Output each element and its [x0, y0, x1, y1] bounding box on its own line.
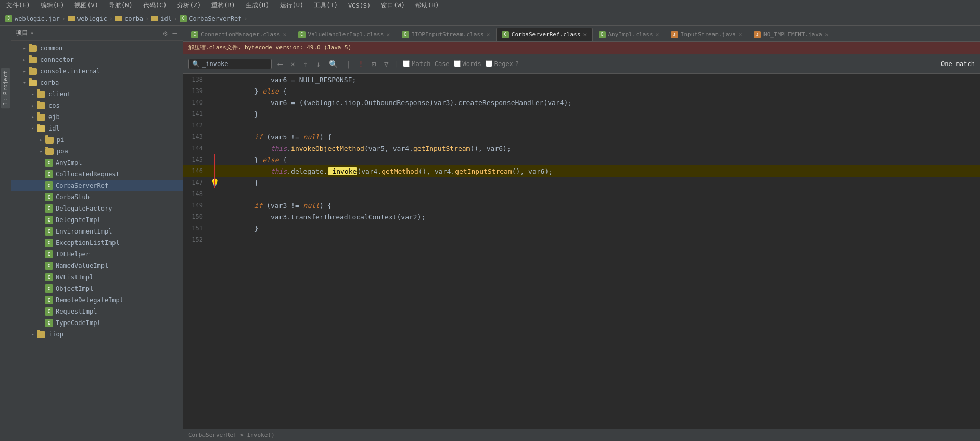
- tab-close-connectionmanager[interactable]: ×: [283, 31, 286, 38]
- code-table: 138 var6 = NULL_RESPONSE; 139 } else { 1: [183, 74, 980, 245]
- tree-label-idl: idl: [48, 125, 60, 132]
- code-area[interactable]: 138 var6 = NULL_RESPONSE; 139 } else { 1: [183, 74, 980, 429]
- lightbulb-icon[interactable]: 💡: [210, 178, 219, 187]
- search-options-btn1[interactable]: |: [344, 59, 352, 69]
- menu-item-edit[interactable]: 编辑(E): [39, 0, 67, 11]
- search-prev-btn[interactable]: ⟵: [276, 59, 284, 69]
- tab-iiopinputstream[interactable]: C IIOPInputStream.class ×: [396, 28, 496, 41]
- tree-item-corbaserverref[interactable]: C CorbaServerRef: [11, 180, 183, 191]
- sidebar-minimize-icon[interactable]: ─: [171, 29, 179, 38]
- tree-item-objectimpl[interactable]: C ObjectImpl: [11, 283, 183, 294]
- tree-item-exceptionlistimpl[interactable]: C ExceptionListImpl: [11, 237, 183, 249]
- search-filter-btn[interactable]: ▽: [382, 59, 390, 69]
- sidebar-tree: common connector console.internal corba: [11, 41, 183, 441]
- menu-item-code[interactable]: 代码(C): [141, 0, 169, 11]
- menu-item-window[interactable]: 窗口(W): [379, 0, 407, 11]
- line-content: this.invokeObjectMethod(var5, var4.getIn…: [220, 142, 980, 154]
- tab-corbaserverref[interactable]: C CorbaServerRef.class ×: [496, 28, 593, 41]
- tree-item-idlhelper[interactable]: C IDLHelper: [11, 249, 183, 260]
- tree-item-anyimpl[interactable]: C AnyImpl: [11, 157, 183, 168]
- tree-item-ejb[interactable]: ejb: [11, 111, 183, 123]
- tab-close-anyimpl[interactable]: ×: [656, 31, 659, 38]
- tree-item-delegateimpl[interactable]: C DelegateImpl: [11, 214, 183, 226]
- search-regex-checkbox[interactable]: [486, 60, 492, 67]
- tree-item-corba[interactable]: corba: [11, 77, 183, 88]
- search-input[interactable]: [202, 60, 254, 68]
- tab-anyimpl[interactable]: C AnyImpl.class ×: [593, 28, 665, 41]
- menu-item-navigate[interactable]: 导航(N): [107, 0, 135, 11]
- breadcrumb-file[interactable]: CorbaServerRef: [189, 15, 241, 22]
- search-up-btn[interactable]: ↑: [301, 59, 310, 69]
- tree-item-idl[interactable]: idl: [11, 123, 183, 134]
- tree-item-typcodeimpl[interactable]: C TypeCodeImpl: [11, 317, 183, 329]
- menu-item-help[interactable]: 帮助(H): [413, 0, 441, 11]
- file-icon-delegatefactory: C: [45, 204, 53, 213]
- search-matchcase-checkbox[interactable]: [403, 60, 410, 67]
- line-number: 141: [183, 108, 209, 120]
- tree-item-console-internal[interactable]: console.internal: [11, 66, 183, 77]
- line-number: 151: [183, 223, 209, 234]
- tree-item-iiop[interactable]: iiop: [11, 329, 183, 340]
- menu-item-view[interactable]: 视图(V): [72, 0, 100, 11]
- line-gutter: [209, 234, 220, 245]
- tab-close-inputstream[interactable]: ×: [739, 31, 742, 38]
- folder-icon-corba: [29, 80, 37, 86]
- tab-close-corbaserverref[interactable]: ×: [583, 31, 587, 38]
- tab-close-noimplement[interactable]: ×: [825, 31, 829, 38]
- breadcrumb-sep-5: ›: [244, 15, 247, 22]
- project-label[interactable]: 1: Project: [1, 68, 10, 108]
- menu-item-refactor[interactable]: 重构(R): [209, 0, 237, 11]
- search-words-checkbox[interactable]: [454, 60, 461, 67]
- search-close-btn[interactable]: ✕: [288, 59, 297, 69]
- tree-item-remotedelegateimpl[interactable]: C RemoteDelegateImpl: [11, 294, 183, 306]
- expand-arrow-ejb: [30, 114, 35, 120]
- search-regex-label[interactable]: Regex ?: [486, 60, 519, 68]
- tab-inputstream[interactable]: J InputStream.java ×: [665, 28, 748, 41]
- tree-item-connector[interactable]: connector: [11, 54, 183, 66]
- tree-item-nvlistimpl[interactable]: C NVListImpl: [11, 271, 183, 283]
- tree-item-pi[interactable]: pi: [11, 134, 183, 146]
- menu-item-analyze[interactable]: 分析(Z): [175, 0, 203, 11]
- breadcrumb-weblogic[interactable]: weblogic: [77, 15, 107, 22]
- tree-label-poa: poa: [57, 148, 68, 155]
- tab-close-valuehandlerimpl[interactable]: ×: [386, 31, 390, 38]
- tree-item-collocatedrequest[interactable]: C CollocatedRequest: [11, 168, 183, 180]
- tab-valuehandlerimpl[interactable]: C ValueHandlerImpl.class ×: [292, 28, 396, 41]
- search-down-btn[interactable]: ↓: [314, 59, 322, 69]
- search-find-btn[interactable]: 🔍: [327, 59, 340, 69]
- search-words-label[interactable]: Words: [454, 60, 481, 68]
- tree-item-common[interactable]: common: [11, 43, 183, 54]
- line-gutter: [209, 188, 220, 200]
- search-matchcase-label[interactable]: Match Case: [403, 60, 449, 68]
- search-options-btn2[interactable]: !: [357, 59, 365, 69]
- breadcrumb-idl[interactable]: idl: [160, 15, 172, 22]
- menu-item-vcs[interactable]: VCS(S): [346, 1, 373, 10]
- menu-item-tools[interactable]: 工具(T): [312, 0, 340, 11]
- file-icon-delegateimpl: C: [45, 216, 53, 224]
- breadcrumb-root[interactable]: weblogic.jar: [15, 15, 60, 22]
- tree-item-requestimpl[interactable]: C RequestImpl: [11, 306, 183, 317]
- tree-item-client[interactable]: client: [11, 88, 183, 100]
- main-layout: 1: Project 项目 ▾ ⚙ ─ common c: [0, 26, 980, 441]
- menu-item-build[interactable]: 生成(B): [244, 0, 272, 11]
- tree-item-corbastub[interactable]: C CorbaStub: [11, 191, 183, 203]
- menu-item-run[interactable]: 运行(U): [278, 0, 306, 11]
- breadcrumb-corba[interactable]: corba: [124, 15, 143, 22]
- tree-item-namedvalueimpl[interactable]: C NamedValueImpl: [11, 260, 183, 271]
- sidebar-settings-icon[interactable]: ⚙: [161, 29, 169, 38]
- breadcrumb-folder-icon-1: [68, 16, 75, 21]
- menu-item-file[interactable]: 文件(E): [4, 0, 32, 11]
- tree-item-environmentimpl[interactable]: C EnvironmentImpl: [11, 226, 183, 237]
- tree-item-cos[interactable]: cos: [11, 100, 183, 111]
- tab-close-iiopinputstream[interactable]: ×: [487, 31, 490, 38]
- tab-connectionmanager[interactable]: C ConnectionManager.class ×: [185, 28, 292, 41]
- sidebar-dropdown-icon[interactable]: ▾: [30, 30, 34, 37]
- tree-item-poa[interactable]: poa: [11, 146, 183, 157]
- tab-noimplement[interactable]: J NO_IMPLEMENT.java ×: [748, 28, 834, 41]
- folder-icon-connector: [29, 57, 37, 63]
- search-input-wrapper[interactable]: 🔍: [188, 59, 272, 69]
- line-gutter: [209, 74, 220, 85]
- search-copy-btn[interactable]: ⊡: [370, 59, 378, 69]
- tree-label-ejb: ejb: [48, 113, 60, 121]
- tree-item-delegatefactory[interactable]: C DelegateFactory: [11, 203, 183, 214]
